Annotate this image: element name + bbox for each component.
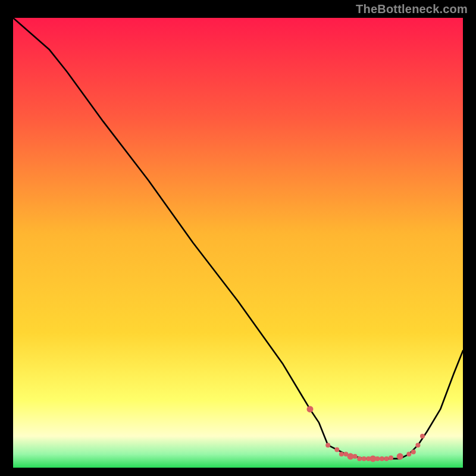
sweet-spot-point xyxy=(307,406,314,412)
sweet-spot-point xyxy=(362,456,367,461)
gradient-background xyxy=(13,18,463,468)
chart-svg xyxy=(13,18,463,468)
sweet-spot-point xyxy=(334,447,339,452)
sweet-spot-point xyxy=(353,454,358,459)
sweet-spot-point xyxy=(389,455,393,460)
sweet-spot-point xyxy=(411,450,416,455)
sweet-spot-point xyxy=(406,452,411,456)
sweet-spot-point xyxy=(380,456,384,461)
chart-frame: TheBottleneck.com xyxy=(0,0,476,476)
sweet-spot-point xyxy=(420,434,425,439)
sweet-spot-point xyxy=(339,452,344,456)
sweet-spot-point xyxy=(375,456,380,461)
sweet-spot-point xyxy=(325,443,330,447)
sweet-spot-point xyxy=(357,456,362,461)
watermark-text: TheBottleneck.com xyxy=(356,2,468,16)
sweet-spot-point xyxy=(397,453,403,460)
plot-area xyxy=(13,18,463,468)
sweet-spot-point xyxy=(384,456,389,461)
sweet-spot-point xyxy=(415,443,420,447)
